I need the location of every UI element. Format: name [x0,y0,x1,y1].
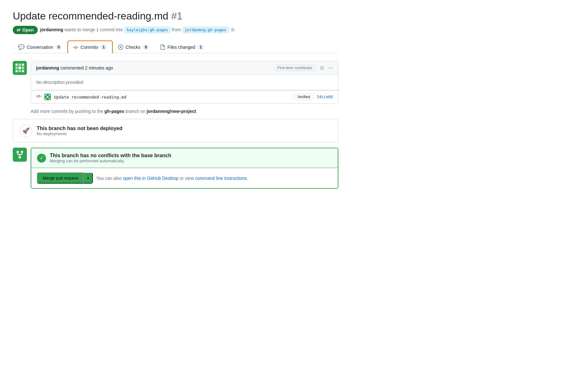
comment-author: jordanmng [36,65,59,70]
deploy-status-box: 🚀 This branch has not been deployed No d… [13,119,338,143]
conversation-icon: 💬 [18,44,25,50]
deploy-title: This branch has not been deployed [37,126,122,131]
commit-graph-icon [36,94,41,100]
checks-icon [118,44,123,50]
merge-avatar [13,148,27,162]
tabs-bar: 💬 Conversation 0 Commits 1 Checks 0 File… [13,40,338,53]
target-branch[interactable]: kayleighv:gh-pages [124,27,171,33]
commit-avatar [44,94,51,100]
files-changed-count: 1 [198,45,204,50]
comment-body: No description provided. [31,75,338,90]
pr-status-badge: ⇄ Open [13,26,38,34]
checks-count: 0 [143,45,149,50]
merge-box-footer: Merge pull request ▾ You can also open t… [31,168,338,188]
copy-branch-icon[interactable]: ⎘ [231,27,235,33]
push-info-text: Add more commits by pushing to the gh-pa… [13,109,338,114]
svg-rect-4 [22,70,24,72]
svg-rect-14 [49,98,50,99]
commit-reference: Update recommended-reading.md Verified 5… [31,90,338,103]
svg-rect-12 [49,95,50,96]
merge-or-text: You can also open this in GitHub Desktop… [96,176,248,181]
open-desktop-link[interactable]: open this in GitHub Desktop [123,176,178,181]
commits-count: 1 [100,45,107,50]
pr-author: jordanmng [40,27,63,32]
merge-box-header: ✓ This branch has no conflicts with the … [31,148,338,168]
svg-rect-11 [45,95,47,96]
comment-section: jordanmng commented 2 minutes ago First-… [13,61,338,104]
svg-rect-3 [16,70,18,72]
pr-number: #1 [171,10,183,22]
svg-rect-1 [16,64,18,66]
pr-meta: ⇄ Open jordanmng wants to merge 1 commit… [13,26,338,34]
no-conflicts-subtitle: Merging can be performed automatically. [50,158,171,163]
merge-button-dropdown[interactable]: ▾ [83,173,93,184]
rocket-icon: 🚀 [19,124,32,137]
emoji-reaction-button[interactable]: ☺ [319,64,325,71]
svg-rect-7 [22,67,24,70]
svg-rect-8 [19,64,21,66]
source-branch[interactable]: jordanmng:gh-pages [182,27,229,33]
tab-conversation[interactable]: 💬 Conversation 0 [13,40,67,53]
cli-instructions-link[interactable]: command line instructions [195,176,247,181]
svg-rect-9 [19,70,21,72]
pr-title: Update recommended-reading.md #1 [13,10,338,22]
svg-rect-2 [22,64,24,66]
avatar [13,61,27,75]
verified-badge: Verified [294,94,313,100]
comment-header: jordanmng commented 2 minutes ago First-… [31,61,338,75]
branch-name: gh-pages [104,109,124,114]
tab-files-changed[interactable]: Files changed 1 [155,41,209,53]
svg-rect-6 [16,67,18,70]
merge-status-box: ✓ This branch has no conflicts with the … [31,148,338,189]
deploy-subtitle: No deployments [37,131,122,136]
merge-section: ✓ This branch has no conflicts with the … [13,148,338,189]
svg-rect-5 [19,67,21,70]
merge-button[interactable]: Merge pull request ▾ [37,172,93,184]
commit-message[interactable]: Update recommended-reading.md [54,95,290,99]
commits-icon [73,44,78,50]
open-icon: ⇄ [17,27,20,33]
tab-commits[interactable]: Commits 1 [67,40,113,53]
svg-rect-13 [45,98,47,99]
more-options-button[interactable]: ··· [328,64,333,71]
conversation-count: 0 [56,45,62,50]
files-changed-icon [160,44,165,50]
comment-time: commented 2 minutes ago [60,65,113,70]
merge-button-main[interactable]: Merge pull request [37,172,83,184]
svg-rect-15 [47,96,49,98]
comment-box: jordanmng commented 2 minutes ago First-… [31,61,338,104]
tab-checks[interactable]: Checks 0 [113,41,155,53]
no-conflicts-title: This branch has no conflicts with the ba… [50,153,171,158]
check-icon: ✓ [37,154,46,163]
commit-sha[interactable]: 54cce60 [317,95,333,99]
contributor-badge: First-time contributor [274,65,316,71]
repo-name: jordanmng/new-project [147,109,196,114]
